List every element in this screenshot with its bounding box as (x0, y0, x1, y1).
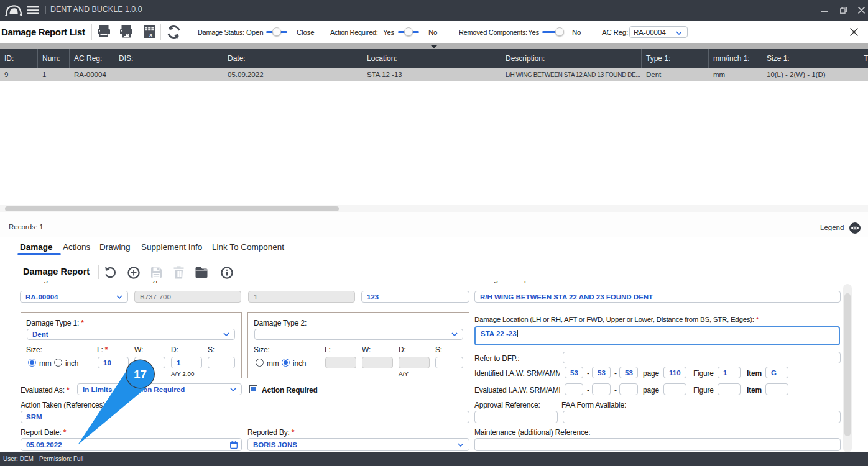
svg-text:x: x (149, 32, 152, 38)
